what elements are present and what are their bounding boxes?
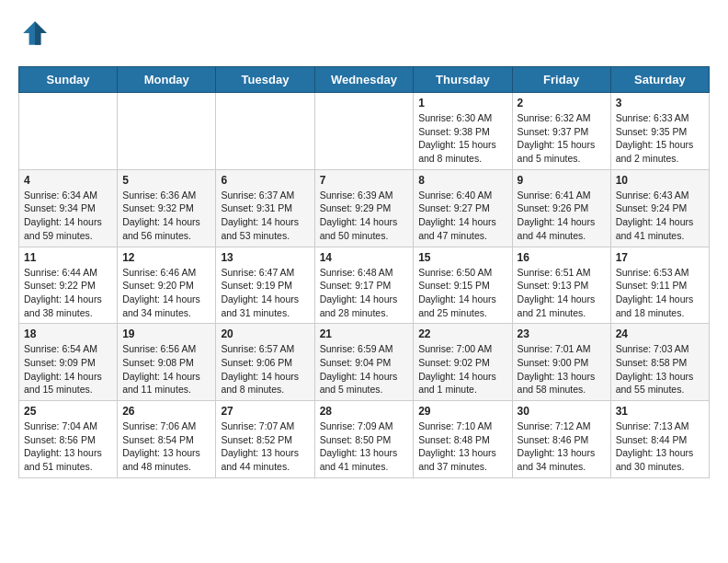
- calendar-cell: 11Sunrise: 6:44 AM Sunset: 9:22 PM Dayli…: [19, 247, 118, 324]
- calendar-cell: 28Sunrise: 7:09 AM Sunset: 8:50 PM Dayli…: [314, 401, 414, 478]
- day-info: Sunrise: 7:09 AM Sunset: 8:50 PM Dayligh…: [320, 419, 409, 474]
- day-number: 25: [24, 405, 112, 418]
- calendar-cell: 26Sunrise: 7:06 AM Sunset: 8:54 PM Dayli…: [118, 401, 216, 478]
- day-of-week-header: Tuesday: [216, 67, 314, 93]
- calendar-cell: 6Sunrise: 6:37 AM Sunset: 9:31 PM Daylig…: [216, 169, 314, 247]
- day-info: Sunrise: 6:34 AM Sunset: 9:34 PM Dayligh…: [24, 189, 112, 243]
- calendar-cell: 17Sunrise: 6:53 AM Sunset: 9:11 PM Dayli…: [610, 247, 709, 324]
- calendar-cell: 1Sunrise: 6:30 AM Sunset: 9:38 PM Daylig…: [414, 93, 512, 170]
- day-of-week-header: Saturday: [610, 67, 709, 93]
- day-number: 22: [418, 327, 506, 340]
- day-info: Sunrise: 7:00 AM Sunset: 9:02 PM Dayligh…: [418, 342, 506, 396]
- calendar-cell: 15Sunrise: 6:50 AM Sunset: 9:15 PM Dayli…: [414, 247, 512, 324]
- calendar-cell: 22Sunrise: 7:00 AM Sunset: 9:02 PM Dayli…: [414, 324, 512, 401]
- calendar-cell: [314, 93, 414, 170]
- calendar-cell: 25Sunrise: 7:04 AM Sunset: 8:56 PM Dayli…: [19, 401, 118, 478]
- day-number: 13: [221, 251, 309, 264]
- day-number: 10: [616, 174, 704, 187]
- day-number: 28: [320, 405, 409, 418]
- day-number: 11: [24, 251, 112, 264]
- calendar-cell: 30Sunrise: 7:12 AM Sunset: 8:46 PM Dayli…: [512, 401, 610, 478]
- calendar-week-row: 4Sunrise: 6:34 AM Sunset: 9:34 PM Daylig…: [19, 169, 710, 247]
- day-info: Sunrise: 6:50 AM Sunset: 9:15 PM Dayligh…: [418, 266, 506, 320]
- day-info: Sunrise: 6:54 AM Sunset: 9:09 PM Dayligh…: [24, 342, 112, 396]
- day-info: Sunrise: 6:43 AM Sunset: 9:24 PM Dayligh…: [616, 189, 704, 243]
- calendar-cell: 12Sunrise: 6:46 AM Sunset: 9:20 PM Dayli…: [118, 247, 216, 324]
- calendar-cell: 31Sunrise: 7:13 AM Sunset: 8:44 PM Dayli…: [610, 401, 709, 478]
- day-info: Sunrise: 6:46 AM Sunset: 9:20 PM Dayligh…: [122, 266, 210, 320]
- day-info: Sunrise: 6:59 AM Sunset: 9:04 PM Dayligh…: [320, 342, 409, 396]
- day-number: 8: [418, 174, 506, 187]
- page-header: [18, 18, 710, 52]
- day-number: 27: [221, 405, 309, 418]
- day-of-week-header: Thursday: [414, 67, 512, 93]
- day-number: 12: [122, 251, 210, 264]
- day-number: 15: [418, 251, 506, 264]
- day-info: Sunrise: 6:36 AM Sunset: 9:32 PM Dayligh…: [122, 189, 210, 243]
- calendar-cell: 9Sunrise: 6:41 AM Sunset: 9:26 PM Daylig…: [512, 169, 610, 247]
- logo-icon: [20, 18, 50, 48]
- day-info: Sunrise: 6:51 AM Sunset: 9:13 PM Dayligh…: [518, 266, 606, 320]
- calendar-cell: 21Sunrise: 6:59 AM Sunset: 9:04 PM Dayli…: [314, 324, 414, 401]
- day-number: 23: [518, 327, 606, 340]
- day-info: Sunrise: 7:12 AM Sunset: 8:46 PM Dayligh…: [518, 419, 606, 474]
- day-info: Sunrise: 6:56 AM Sunset: 9:08 PM Dayligh…: [122, 342, 210, 396]
- logo: [18, 18, 53, 52]
- day-number: 4: [24, 174, 112, 187]
- day-info: Sunrise: 6:40 AM Sunset: 9:27 PM Dayligh…: [418, 189, 506, 243]
- day-of-week-header: Wednesday: [314, 67, 414, 93]
- calendar-cell: 2Sunrise: 6:32 AM Sunset: 9:37 PM Daylig…: [512, 93, 610, 170]
- day-number: 9: [518, 174, 606, 187]
- calendar-week-row: 11Sunrise: 6:44 AM Sunset: 9:22 PM Dayli…: [19, 247, 710, 324]
- day-number: 20: [221, 327, 309, 340]
- day-number: 7: [320, 174, 409, 187]
- calendar-cell: 27Sunrise: 7:07 AM Sunset: 8:52 PM Dayli…: [216, 401, 314, 478]
- day-info: Sunrise: 7:06 AM Sunset: 8:54 PM Dayligh…: [122, 419, 210, 474]
- calendar-cell: 24Sunrise: 7:03 AM Sunset: 8:58 PM Dayli…: [610, 324, 709, 401]
- calendar-cell: [216, 93, 314, 170]
- calendar-week-row: 18Sunrise: 6:54 AM Sunset: 9:09 PM Dayli…: [19, 324, 710, 401]
- calendar-cell: 19Sunrise: 6:56 AM Sunset: 9:08 PM Dayli…: [118, 324, 216, 401]
- day-number: 16: [518, 251, 606, 264]
- day-number: 24: [616, 327, 704, 340]
- calendar-cell: 16Sunrise: 6:51 AM Sunset: 9:13 PM Dayli…: [512, 247, 610, 324]
- day-number: 26: [122, 405, 210, 418]
- day-info: Sunrise: 7:03 AM Sunset: 8:58 PM Dayligh…: [616, 342, 704, 396]
- day-number: 17: [616, 251, 704, 264]
- calendar-table: SundayMondayTuesdayWednesdayThursdayFrid…: [18, 66, 710, 478]
- calendar-cell: 14Sunrise: 6:48 AM Sunset: 9:17 PM Dayli…: [314, 247, 414, 324]
- calendar-cell: 18Sunrise: 6:54 AM Sunset: 9:09 PM Dayli…: [19, 324, 118, 401]
- calendar-cell: 4Sunrise: 6:34 AM Sunset: 9:34 PM Daylig…: [19, 169, 118, 247]
- calendar-cell: 20Sunrise: 6:57 AM Sunset: 9:06 PM Dayli…: [216, 324, 314, 401]
- day-number: 6: [221, 174, 309, 187]
- calendar-cell: 29Sunrise: 7:10 AM Sunset: 8:48 PM Dayli…: [414, 401, 512, 478]
- day-info: Sunrise: 7:04 AM Sunset: 8:56 PM Dayligh…: [24, 419, 112, 474]
- day-of-week-header: Friday: [512, 67, 610, 93]
- calendar-week-row: 25Sunrise: 7:04 AM Sunset: 8:56 PM Dayli…: [19, 401, 710, 478]
- day-info: Sunrise: 6:47 AM Sunset: 9:19 PM Dayligh…: [221, 266, 309, 320]
- day-info: Sunrise: 7:10 AM Sunset: 8:48 PM Dayligh…: [418, 419, 506, 474]
- day-info: Sunrise: 6:41 AM Sunset: 9:26 PM Dayligh…: [518, 189, 606, 243]
- calendar-cell: 13Sunrise: 6:47 AM Sunset: 9:19 PM Dayli…: [216, 247, 314, 324]
- day-info: Sunrise: 6:37 AM Sunset: 9:31 PM Dayligh…: [221, 189, 309, 243]
- day-info: Sunrise: 6:53 AM Sunset: 9:11 PM Dayligh…: [616, 266, 704, 320]
- calendar-week-row: 1Sunrise: 6:30 AM Sunset: 9:38 PM Daylig…: [19, 93, 710, 170]
- day-info: Sunrise: 6:30 AM Sunset: 9:38 PM Dayligh…: [418, 111, 506, 166]
- day-number: 19: [122, 327, 210, 340]
- day-number: 5: [122, 174, 210, 187]
- day-number: 31: [616, 405, 704, 418]
- calendar-cell: 10Sunrise: 6:43 AM Sunset: 9:24 PM Dayli…: [610, 169, 709, 247]
- day-number: 18: [24, 327, 112, 340]
- calendar-cell: [19, 93, 118, 170]
- calendar-header-row: SundayMondayTuesdayWednesdayThursdayFrid…: [19, 67, 710, 93]
- day-number: 1: [418, 97, 506, 109]
- day-number: 30: [518, 405, 606, 418]
- day-info: Sunrise: 6:32 AM Sunset: 9:37 PM Dayligh…: [518, 111, 606, 166]
- calendar-cell: 7Sunrise: 6:39 AM Sunset: 9:29 PM Daylig…: [314, 169, 414, 247]
- day-number: 2: [518, 97, 606, 109]
- day-info: Sunrise: 6:48 AM Sunset: 9:17 PM Dayligh…: [320, 266, 409, 320]
- day-number: 3: [616, 97, 704, 109]
- day-number: 21: [320, 327, 409, 340]
- day-of-week-header: Sunday: [19, 67, 118, 93]
- calendar-cell: 8Sunrise: 6:40 AM Sunset: 9:27 PM Daylig…: [414, 169, 512, 247]
